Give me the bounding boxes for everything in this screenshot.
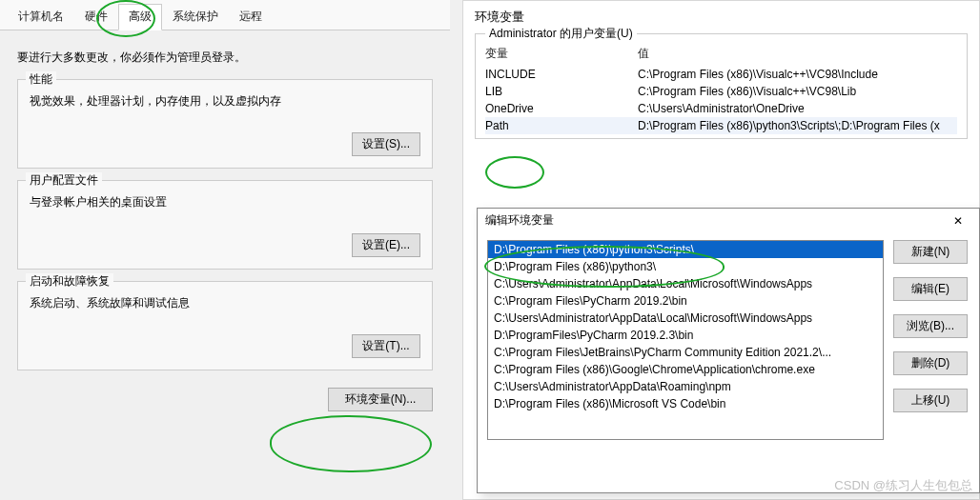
user-profiles-group: 用户配置文件 与登录帐户相关的桌面设置 设置(E)... <box>17 180 433 270</box>
move-up-button[interactable]: 上移(U) <box>893 389 968 412</box>
environment-variables-button[interactable]: 环境变量(N)... <box>328 388 433 411</box>
var-value: C:\Users\Administrator\OneDrive <box>638 102 957 115</box>
var-name: Path <box>485 119 638 132</box>
var-value: C:\Program Files (x86)\Visualc++\VC98\Li… <box>638 85 957 98</box>
user-profiles-desc: 与登录帐户相关的桌面设置 <box>30 194 420 210</box>
tab-advanced[interactable]: 高级 <box>118 4 162 30</box>
system-properties-dialog: 计算机名 硬件 高级 系统保护 远程 要进行大多数更改，你必须作为管理员登录。 … <box>0 0 450 495</box>
startup-recovery-title: 启动和故障恢复 <box>26 273 113 290</box>
path-item[interactable]: C:\Program Files\JetBrains\PyCharm Commu… <box>488 344 883 361</box>
new-button[interactable]: 新建(N) <box>893 240 968 264</box>
user-profiles-title: 用户配置文件 <box>26 172 102 189</box>
browse-button[interactable]: 浏览(B)... <box>893 314 968 338</box>
path-item[interactable]: C:\Program Files (x86)\Google\Chrome\App… <box>488 361 883 378</box>
var-name: LIB <box>485 85 638 98</box>
performance-desc: 视觉效果，处理器计划，内存使用，以及虚拟内存 <box>30 93 420 110</box>
tab-system-protection[interactable]: 系统保护 <box>162 4 229 30</box>
path-item[interactable]: C:\Program Files\PyCharm 2019.2\bin <box>488 292 883 310</box>
var-row-include[interactable]: INCLUDE C:\Program Files (x86)\Visualc++… <box>485 66 957 83</box>
path-item[interactable]: C:\Users\Administrator\AppData\Roaming\n… <box>488 378 883 395</box>
performance-group: 性能 视觉效果，处理器计划，内存使用，以及虚拟内存 设置(S)... <box>17 79 433 169</box>
path-item[interactable]: C:\Users\Administrator\AppData\Local\Mic… <box>488 275 883 292</box>
delete-button[interactable]: 删除(D) <box>893 351 968 375</box>
path-item-selected[interactable]: D:\Program Files (x86)\python3\Scripts\ <box>488 241 883 258</box>
var-row-onedrive[interactable]: OneDrive C:\Users\Administrator\OneDrive <box>485 100 957 117</box>
performance-group-title: 性能 <box>26 71 56 88</box>
admin-required-text: 要进行大多数更改，你必须作为管理员登录。 <box>17 50 433 66</box>
user-profiles-settings-button[interactable]: 设置(E)... <box>352 233 420 257</box>
user-variables-header: 变量 值 <box>485 42 957 66</box>
col-variable[interactable]: 变量 <box>485 46 638 62</box>
tab-computer-name[interactable]: 计算机名 <box>8 4 74 30</box>
var-name: OneDrive <box>485 102 638 115</box>
path-item[interactable]: D:\Program Files (x86)\python3\ <box>488 258 883 275</box>
startup-recovery-settings-button[interactable]: 设置(T)... <box>352 334 420 358</box>
tab-remote[interactable]: 远程 <box>229 4 273 30</box>
watermark-text: CSDN @练习人生包包总 <box>834 477 972 494</box>
tab-strip: 计算机名 硬件 高级 系统保护 远程 <box>0 0 450 30</box>
tab-hardware[interactable]: 硬件 <box>74 4 118 30</box>
user-variables-title: Administrator 的用户变量(U) <box>485 26 637 42</box>
var-value: C:\Program Files (x86)\Visualc++\VC98\In… <box>638 68 957 81</box>
edit-button[interactable]: 编辑(E) <box>893 277 968 301</box>
var-row-lib[interactable]: LIB C:\Program Files (x86)\Visualc++\VC9… <box>485 83 957 100</box>
startup-recovery-desc: 系统启动、系统故障和调试信息 <box>30 295 420 311</box>
close-icon[interactable]: ✕ <box>945 214 971 228</box>
var-value: D:\Program Files (x86)\python3\Scripts\;… <box>638 119 957 132</box>
path-list[interactable]: D:\Program Files (x86)\python3\Scripts\ … <box>487 240 884 440</box>
path-item[interactable]: D:\ProgramFiles\PyCharm 2019.2.3\bin <box>488 327 883 344</box>
edit-env-variable-dialog: 编辑环境变量 ✕ D:\Program Files (x86)\python3\… <box>477 208 980 493</box>
var-row-path[interactable]: Path D:\Program Files (x86)\python3\Scri… <box>485 117 957 134</box>
edit-dialog-buttons: 新建(N) 编辑(E) 浏览(B)... 删除(D) 上移(U) <box>893 240 970 440</box>
user-variables-group: Administrator 的用户变量(U) 变量 值 INCLUDE C:\P… <box>475 33 968 139</box>
col-value[interactable]: 值 <box>638 46 957 62</box>
startup-recovery-group: 启动和故障恢复 系统启动、系统故障和调试信息 设置(T)... <box>17 281 433 370</box>
edit-dialog-title: 编辑环境变量 <box>485 212 554 229</box>
advanced-tab-body: 要进行大多数更改，你必须作为管理员登录。 性能 视觉效果，处理器计划，内存使用，… <box>0 30 450 423</box>
path-item[interactable]: D:\Program Files (x86)\Microsoft VS Code… <box>488 395 883 412</box>
path-item[interactable]: C:\Users\Administrator\AppData\Local\Mic… <box>488 310 883 327</box>
var-name: INCLUDE <box>485 68 638 81</box>
performance-settings-button[interactable]: 设置(S)... <box>352 132 420 156</box>
